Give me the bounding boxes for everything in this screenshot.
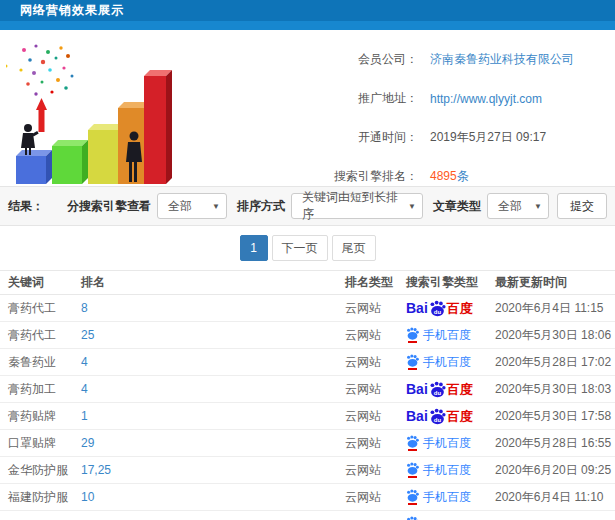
mobile-baidu-paw-icon [406,435,419,448]
page-button-next[interactable]: 下一页 [272,235,328,261]
mobile-baidu-paw-icon [406,489,419,502]
rank-link[interactable]: 8 [81,301,88,315]
rank-link[interactable]: 4 [81,355,88,369]
keyword-cell: 膏药代工 [0,295,73,322]
updated-cell: 2020年5月30日 18:06 [487,322,615,349]
rank-type-cell: 云网站 [337,322,398,349]
rank-type-cell: 云网站 [337,484,398,511]
company-label: 会员公司： [178,51,418,68]
mobile-baidu-logo: 手机百度 [406,489,471,505]
result-label: 结果： [8,198,44,215]
info-row-url: 推广地址： http://www.qlyyjt.com [178,79,615,118]
rank-type-cell: 云网站 [337,430,398,457]
baidu-paw-icon: du [429,408,446,425]
mobile-baidu-logo: 手机百度 [406,354,471,370]
updated-cell: 2020年6月4日 11:15 [487,295,615,322]
company-link[interactable]: 济南秦鲁药业科技有限公司 [430,51,574,68]
keyword-cell: 膏药代工 [0,322,73,349]
confetti-dots [6,44,74,95]
promo-url-link[interactable]: http://www.qlyyjt.com [430,92,542,106]
baidu-logo: Bai du 百度 [406,300,473,317]
mobile-baidu-paw-icon [406,327,419,340]
keyword-cell: 膏药贴牌 [0,403,73,430]
mobile-baidu-logo: 手机百度 [406,462,471,478]
rank-type-cell: 云网站 [337,403,398,430]
page-button-last[interactable]: 尾页 [332,235,376,261]
table-row: 膏药代工 8 云网站 Bai du 百度 2020年6月4日 11:15 [0,295,615,322]
rank-type-cell: 云网站 [337,376,398,403]
open-time-value: 2019年5月27日 09:17 [430,129,546,146]
table-row: 福建防护服 10 云网站 手机百度 2020年6月4日 11:10 [0,484,615,511]
paw-underline [408,449,417,451]
header-engine-type: 搜索引擎类型 [398,271,487,295]
rank-link[interactable]: 17,25 [81,463,111,477]
updated-cell: 2020年5月30日 18:03 [487,376,615,403]
rank-link[interactable]: 10 [81,490,94,504]
mobile-baidu-logo: 手机百度 [406,327,471,343]
baidu-logo: Bai du 百度 [406,408,473,425]
table-row: 金华防护服 17,25 云网站 手机百度 2020年6月20日 09:25 [0,457,615,484]
paw-underline [408,368,417,370]
chevron-down-icon: ▼ [204,202,220,211]
header-rank: 排名 [73,271,337,295]
page-title: 网络营销效果展示 [20,2,124,19]
rank-link[interactable]: 25 [81,328,94,342]
sort-filter-label: 排序方式 [237,198,285,215]
updated-cell: 2020年5月28日 17:02 [487,349,615,376]
keyword-cell: 口罩贴牌 [0,430,73,457]
engine-filter-label: 分搜索引擎查看 [67,198,151,215]
title-bar: 网络营销效果展示 [0,0,615,21]
mobile-baidu-paw-icon [406,516,419,520]
info-section: 会员公司： 济南秦鲁药业科技有限公司 推广地址： http://www.qlyy… [0,30,615,182]
rank-type-cell: 云网站 [337,457,398,484]
keyword-cell: 膏药加工 [0,376,73,403]
baidu-logo: Bai du 百度 [406,381,473,398]
mobile-baidu-logo: 手机百度 [406,435,471,451]
table-row-partial [0,511,615,520]
header-updated: 最新更新时间 [487,271,615,295]
table-row: 膏药代工 25 云网站 手机百度 2020年5月30日 18:06 [0,322,615,349]
results-table: 关键词 排名 排名类型 搜索引擎类型 最新更新时间 膏药代工 8 云网站 Bai… [0,270,615,520]
updated-cell: 2020年5月30日 17:58 [487,403,615,430]
article-type-select[interactable]: 全部 ▼ [487,193,549,219]
mobile-baidu-paw-icon [406,354,419,367]
growth-chart-image [6,40,174,186]
updated-cell: 2020年6月20日 09:25 [487,457,615,484]
rank-link[interactable]: 1 [81,409,88,423]
table-row: 秦鲁药业 4 云网站 手机百度 2020年5月28日 17:02 [0,349,615,376]
table-row: 膏药加工 4 云网站 Bai du 百度 2020年5月30日 18:03 [0,376,615,403]
rank-type-cell: 云网站 [337,295,398,322]
chevron-down-icon: ▼ [526,202,542,211]
rank-type-cell: 云网站 [337,349,398,376]
mobile-baidu-logo [406,516,419,520]
sort-filter-select[interactable]: 关键词由短到长排序 ▼ [291,193,423,219]
mobile-baidu-paw-icon [406,462,419,475]
keyword-cell: 福建防护服 [0,484,73,511]
updated-cell: 2020年5月28日 16:55 [487,430,615,457]
info-row-company: 会员公司： 济南秦鲁药业科技有限公司 [178,40,615,79]
rank-link[interactable]: 4 [81,382,88,396]
submit-button[interactable]: 提交 [557,193,607,219]
page-button-current[interactable]: 1 [240,235,268,261]
table-header-row: 关键词 排名 排名类型 搜索引擎类型 最新更新时间 [0,271,615,295]
svg-text:du: du [434,416,442,422]
rank-count-number: 4895 [430,169,457,183]
table-row: 膏药贴牌 1 云网站 Bai du 百度 2020年5月30日 17:58 [0,403,615,430]
baidu-paw-icon: du [429,300,446,317]
member-info-list: 会员公司： 济南秦鲁药业科技有限公司 推广地址： http://www.qlyy… [178,36,615,182]
open-time-label: 开通时间： [178,129,418,146]
header-keyword: 关键词 [0,271,73,295]
paw-underline [408,476,417,478]
rank-count-label: 搜索引擎排名： [178,168,418,185]
keyword-cell: 金华防护服 [0,457,73,484]
pagination: 1 下一页 尾页 [0,226,615,270]
table-row: 口罩贴牌 29 云网站 手机百度 2020年5月28日 16:55 [0,430,615,457]
engine-filter-select[interactable]: 全部 ▼ [157,193,227,219]
rank-link[interactable]: 29 [81,436,94,450]
growth-chart-illustration [0,36,178,182]
info-row-opened: 开通时间： 2019年5月27日 09:17 [178,118,615,157]
title-bar-strip [0,21,615,30]
article-type-value: 全部 [498,198,522,215]
article-type-label: 文章类型 [433,198,481,215]
keyword-cell: 秦鲁药业 [0,349,73,376]
